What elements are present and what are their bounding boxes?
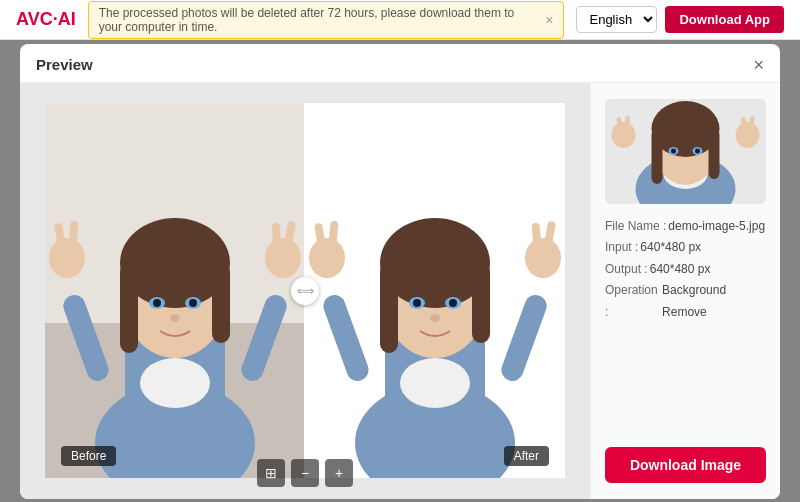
- svg-point-37: [309, 238, 345, 278]
- operation-value: Background Remove: [662, 280, 766, 323]
- fit-zoom-button[interactable]: ⊞: [257, 459, 285, 487]
- before-image: [45, 103, 305, 478]
- preview-modal: Preview ×: [20, 44, 780, 499]
- language-select[interactable]: English: [576, 6, 657, 33]
- preview-area: ⟺ Before After ⊞ − +: [20, 83, 590, 499]
- notification-close-icon[interactable]: ×: [545, 12, 553, 28]
- thumbnail-container: [605, 99, 766, 204]
- svg-point-56: [612, 122, 636, 148]
- modal-overlay: Preview ×: [0, 40, 800, 502]
- input-row: Input : 640*480 px: [605, 237, 766, 259]
- zoom-out-icon: −: [301, 465, 309, 481]
- download-app-button[interactable]: Download App: [665, 6, 784, 33]
- svg-point-12: [153, 299, 161, 307]
- svg-rect-8: [120, 263, 138, 353]
- svg-point-35: [430, 314, 440, 322]
- before-label: Before: [61, 446, 116, 466]
- modal-close-button[interactable]: ×: [753, 56, 764, 74]
- file-name-value: demo-image-5.jpg: [668, 216, 765, 238]
- svg-point-59: [736, 122, 760, 148]
- top-bar: AVC·AI The processed photos will be dele…: [0, 0, 800, 40]
- divider-handle[interactable]: ⟺: [291, 277, 319, 305]
- svg-point-16: [49, 238, 85, 278]
- notification-bar: The processed photos will be deleted aft…: [88, 1, 565, 39]
- operation-row: Operation : Background Remove: [605, 280, 766, 323]
- modal-title: Preview: [36, 56, 93, 73]
- before-after-image: ⟺ Before After: [45, 103, 565, 478]
- svg-rect-30: [472, 263, 490, 343]
- after-image-svg: [305, 103, 565, 478]
- file-name-row: File Name : demo-image-5.jpg: [605, 216, 766, 238]
- svg-rect-51: [709, 129, 720, 179]
- svg-rect-29: [380, 263, 398, 353]
- svg-point-26: [400, 358, 470, 408]
- operation-label: Operation :: [605, 280, 660, 323]
- modal-body: ⟺ Before After ⊞ − +: [20, 83, 780, 499]
- top-right: English Download App: [576, 6, 784, 33]
- svg-rect-9: [212, 263, 230, 343]
- file-name-label: File Name :: [605, 216, 666, 238]
- notification-text: The processed photos will be deleted aft…: [99, 6, 538, 34]
- svg-point-13: [189, 299, 197, 307]
- input-value: 640*480 px: [640, 237, 701, 259]
- svg-rect-50: [652, 129, 663, 184]
- svg-point-5: [140, 358, 210, 408]
- after-image: [305, 103, 565, 478]
- svg-point-55: [695, 148, 700, 153]
- zoom-controls: ⊞ − +: [257, 459, 353, 487]
- svg-point-54: [671, 148, 676, 153]
- zoom-out-button[interactable]: −: [291, 459, 319, 487]
- svg-point-20: [265, 238, 301, 278]
- output-label: Output :: [605, 259, 648, 281]
- logo: AVC·AI: [16, 9, 76, 30]
- zoom-in-icon: +: [335, 465, 343, 481]
- output-row: Output : 640*480 px: [605, 259, 766, 281]
- modal-header: Preview ×: [20, 44, 780, 83]
- svg-point-33: [413, 299, 421, 307]
- zoom-in-button[interactable]: +: [325, 459, 353, 487]
- before-image-svg: [45, 103, 305, 478]
- input-label: Input :: [605, 237, 638, 259]
- svg-point-41: [525, 238, 561, 278]
- output-value: 640*480 px: [650, 259, 711, 281]
- fit-icon: ⊞: [265, 465, 277, 481]
- after-label: After: [504, 446, 549, 466]
- svg-point-14: [170, 314, 180, 322]
- svg-point-34: [449, 299, 457, 307]
- file-info: File Name : demo-image-5.jpg Input : 640…: [605, 216, 766, 324]
- right-panel: File Name : demo-image-5.jpg Input : 640…: [590, 83, 780, 499]
- download-image-button[interactable]: Download Image: [605, 447, 766, 483]
- logo-text: AVC·AI: [16, 9, 76, 29]
- thumbnail-image: [605, 99, 766, 204]
